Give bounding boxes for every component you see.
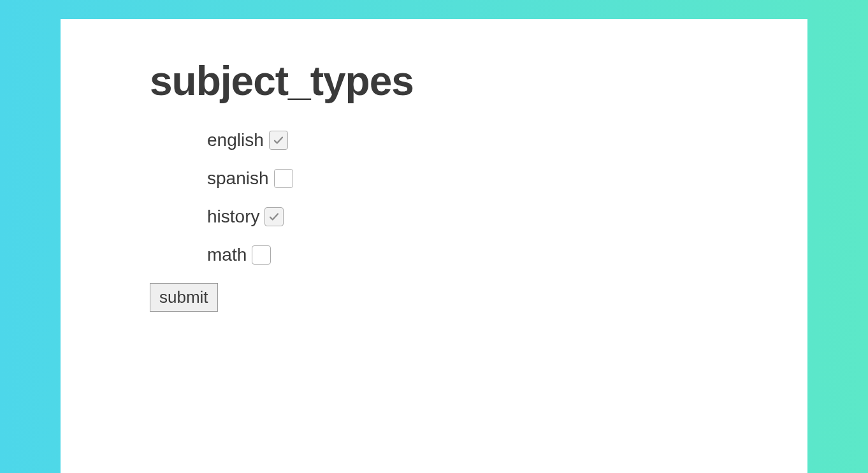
option-row-math: math [207, 245, 718, 265]
checkbox-english[interactable] [269, 131, 288, 150]
option-label: spanish [207, 168, 269, 189]
check-icon [268, 211, 280, 222]
submit-button[interactable]: submit [150, 283, 218, 312]
form-card: subject_types english spanish history ma… [61, 19, 807, 473]
option-label: english [207, 130, 264, 150]
option-row-history: history [207, 207, 718, 227]
checkbox-spanish[interactable] [274, 169, 293, 188]
checkbox-math[interactable] [252, 245, 271, 265]
submit-row: submit [150, 283, 718, 312]
options-group: english spanish history math [207, 130, 718, 265]
option-row-english: english [207, 130, 718, 150]
check-icon [273, 135, 284, 146]
option-label: math [207, 245, 247, 265]
option-row-spanish: spanish [207, 168, 718, 189]
checkbox-history[interactable] [264, 207, 284, 226]
option-label: history [207, 207, 259, 227]
page-title: subject_types [150, 57, 718, 105]
